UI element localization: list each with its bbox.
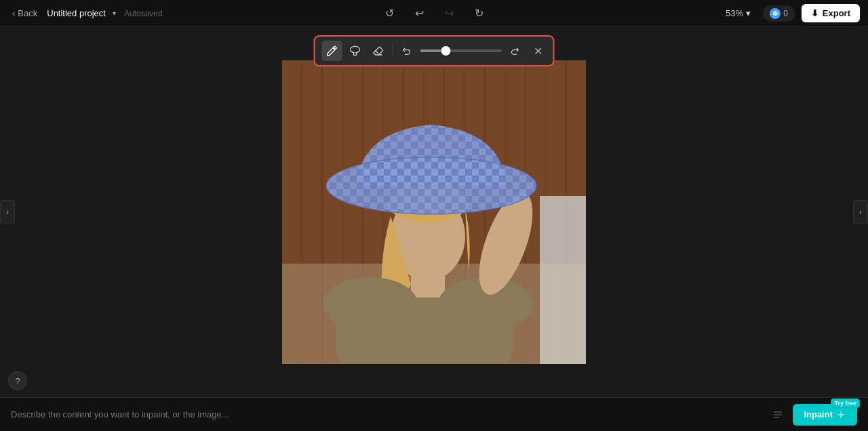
topbar: ‹ Back Untitled project ▾ Autosaved ↺ ↩ … xyxy=(0,0,868,27)
history-back-button[interactable]: ↺ xyxy=(380,4,399,23)
back-chevron-icon: ‹ xyxy=(12,8,15,18)
help-icon: ? xyxy=(15,376,20,386)
redo-brush-button[interactable] xyxy=(505,41,525,61)
credits-count: 0 xyxy=(783,9,788,18)
canvas-image xyxy=(282,60,586,364)
inpaint-button-container: Try free Inpaint xyxy=(793,404,857,426)
topbar-center: ↺ ↩ ↪ ↻ xyxy=(380,4,488,23)
refresh-button[interactable]: ↻ xyxy=(469,4,488,23)
project-dropdown-icon[interactable]: ▾ xyxy=(113,9,116,17)
zoom-level: 53% xyxy=(726,8,743,18)
try-free-badge: Try free xyxy=(831,398,860,408)
zoom-control[interactable]: 53% ▾ xyxy=(720,5,756,21)
image-canvas[interactable] xyxy=(282,60,586,364)
prompt-input[interactable] xyxy=(11,409,763,419)
export-icon: ⬇ xyxy=(811,8,818,18)
brush-size-slider-container xyxy=(420,49,502,52)
brush-tool-button[interactable] xyxy=(322,41,342,61)
svg-point-16 xyxy=(323,277,418,331)
zoom-dropdown-icon: ▾ xyxy=(746,8,751,18)
close-toolbar-button[interactable]: ✕ xyxy=(530,43,547,59)
back-button[interactable]: ‹ Back xyxy=(8,5,41,21)
topbar-left: ‹ Back Untitled project ▾ Autosaved xyxy=(8,5,163,21)
redo-button[interactable]: ↪ xyxy=(439,4,458,23)
lasso-tool-button[interactable] xyxy=(345,41,366,61)
prompt-options-button[interactable] xyxy=(770,407,786,423)
autosaved-status: Autosaved xyxy=(124,9,163,18)
canvas-area: › ‹ xyxy=(0,27,868,397)
inpaint-label: Inpaint xyxy=(804,409,833,419)
brush-size-slider[interactable] xyxy=(420,49,502,52)
export-button[interactable]: ⬇ Export xyxy=(802,4,860,22)
credits-badge[interactable]: ⊕ 0 xyxy=(763,5,795,22)
help-button[interactable]: ? xyxy=(8,371,27,390)
right-arrow-button[interactable]: ‹ xyxy=(853,200,868,224)
export-label: Export xyxy=(823,8,850,18)
bottom-bar: Try free Inpaint xyxy=(0,397,868,431)
credits-icon: ⊕ xyxy=(770,8,781,19)
eraser-tool-button[interactable] xyxy=(368,41,389,61)
left-arrow-button[interactable]: › xyxy=(0,200,15,224)
undo-button[interactable]: ↩ xyxy=(410,4,429,23)
floating-toolbar: ✕ xyxy=(314,35,555,66)
undo-brush-button[interactable] xyxy=(397,41,418,61)
back-label: Back xyxy=(18,8,37,18)
toolbar-divider-1 xyxy=(393,44,393,58)
topbar-right: 53% ▾ ⊕ 0 ⬇ Export xyxy=(720,4,860,22)
project-name[interactable]: Untitled project xyxy=(47,8,106,18)
